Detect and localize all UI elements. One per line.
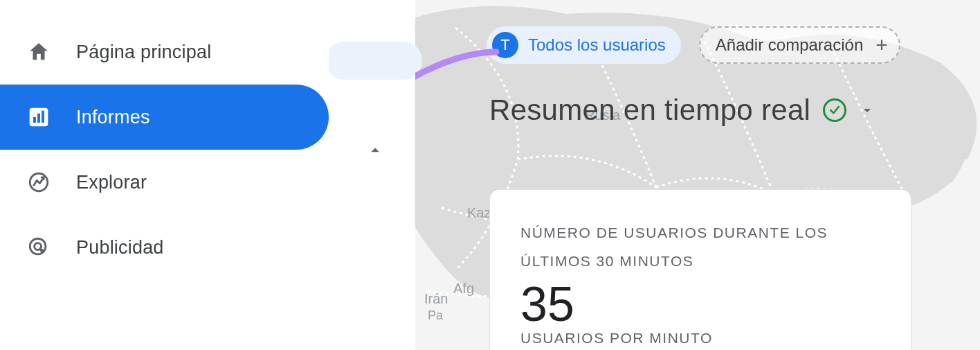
title-dropdown-button[interactable]	[859, 102, 875, 119]
map-label-kaz: Kaz	[467, 205, 491, 221]
segment-bar: T Todos los usuarios Añadir comparación …	[487, 26, 900, 64]
card-label: NÚMERO DE USUARIOS DURANTE LOS ÚLTIMOS 3…	[520, 219, 880, 276]
sidebar: Página principal Informes Explorar	[0, 0, 329, 350]
status-ok-icon	[823, 98, 846, 122]
sidebar-item-label: Informes	[76, 107, 150, 128]
target-click-icon	[26, 235, 51, 260]
home-icon	[26, 40, 51, 64]
sidebar-item-advertising[interactable]: Publicidad	[0, 215, 329, 280]
bar-chart-icon	[26, 105, 51, 130]
sidebar-item-explore[interactable]: Explorar	[0, 150, 329, 215]
svg-rect-1	[33, 117, 36, 123]
map-label-iran: Irán	[424, 291, 448, 307]
segment-ghost-pill	[325, 42, 422, 80]
segment-badge: T	[492, 32, 518, 58]
users-count: 35	[520, 280, 880, 329]
svg-rect-2	[37, 114, 40, 123]
segment-chip-label: Todos los usuarios	[528, 35, 666, 55]
sidebar-item-label: Publicidad	[76, 237, 164, 259]
plus-icon: +	[875, 35, 888, 55]
sidebar-item-label: Página principal	[76, 42, 211, 63]
collapse-panel-button[interactable]	[363, 139, 387, 162]
svg-point-5	[30, 238, 46, 254]
main-content: Rusia Kaz Irán Afg Pa T Todos los usuari…	[415, 0, 980, 350]
map-label-pa: Pa	[428, 308, 443, 323]
page-title: Resumen en tiempo real	[489, 94, 810, 127]
sidebar-item-label: Explorar	[76, 172, 147, 193]
explore-icon	[26, 170, 51, 195]
secondary-panel	[329, 0, 415, 350]
card-sublabel: USUARIOS POR MINUTO	[520, 330, 880, 347]
segment-chip-all-users[interactable]: T Todos los usuarios	[487, 26, 681, 64]
realtime-users-card: NÚMERO DE USUARIOS DURANTE LOS ÚLTIMOS 3…	[489, 189, 911, 350]
add-comparison-label: Añadir comparación	[716, 35, 863, 55]
sidebar-item-home[interactable]: Página principal	[0, 19, 329, 85]
svg-rect-3	[42, 111, 44, 123]
sidebar-item-reports[interactable]: Informes	[0, 85, 329, 150]
map-label-afg: Afg	[453, 281, 474, 297]
page-title-row: Resumen en tiempo real	[489, 94, 875, 127]
add-comparison-button[interactable]: Añadir comparación +	[699, 26, 900, 64]
